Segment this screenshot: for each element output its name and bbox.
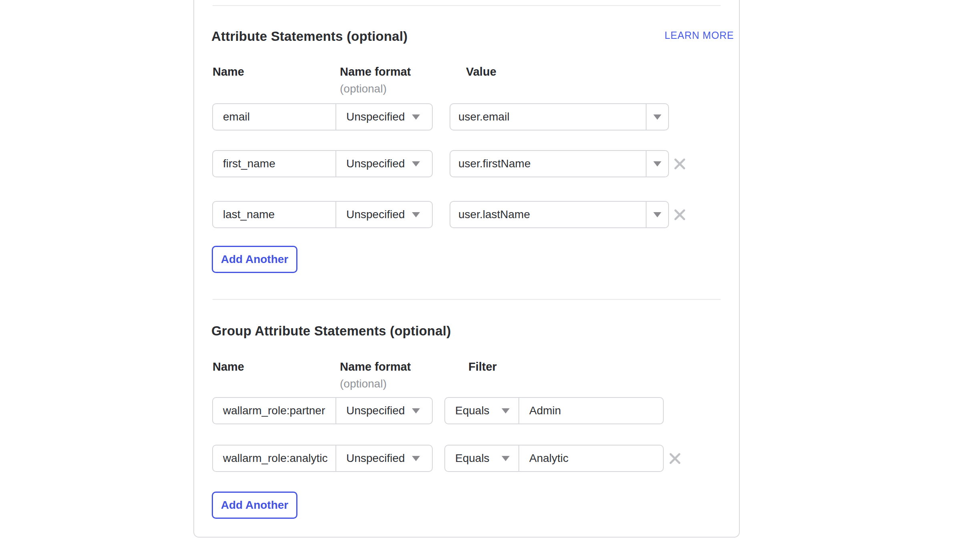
column-header-name: Name bbox=[213, 360, 244, 373]
name-format-select[interactable]: Unspecified bbox=[336, 446, 432, 471]
group-name-field[interactable] bbox=[213, 446, 335, 471]
filter-type-select[interactable]: Equals bbox=[445, 398, 518, 424]
chevron-down-icon bbox=[653, 161, 661, 167]
group-attribute-statements-title: Group Attribute Statements (optional) bbox=[211, 323, 451, 339]
chevron-down-icon bbox=[502, 408, 510, 413]
page: Attribute Statements (optional) LEARN MO… bbox=[0, 0, 962, 560]
attribute-value-select[interactable]: user.firstName bbox=[450, 150, 669, 177]
column-header-name: Name bbox=[213, 65, 244, 78]
name-format-optional-hint: (optional) bbox=[340, 377, 387, 390]
name-format-value: Unspecified bbox=[336, 404, 408, 417]
section-divider-top bbox=[213, 5, 721, 6]
attribute-name-input[interactable] bbox=[213, 104, 335, 130]
value-dropdown-toggle[interactable] bbox=[647, 104, 668, 130]
remove-row-button[interactable] bbox=[666, 450, 684, 467]
attribute-name-input[interactable] bbox=[213, 202, 335, 227]
filter-value-field[interactable] bbox=[519, 398, 663, 424]
filter-type-select[interactable]: Equals bbox=[445, 446, 518, 471]
group-name-input[interactable] bbox=[213, 398, 335, 424]
name-format-value: Unspecified bbox=[336, 157, 408, 170]
attribute-statements-title: Attribute Statements (optional) bbox=[211, 29, 408, 44]
attribute-name-field[interactable] bbox=[213, 104, 335, 130]
group-attribute-row: Unspecified bbox=[212, 445, 433, 472]
filter-value-field[interactable] bbox=[519, 446, 663, 471]
filter-value-input[interactable] bbox=[519, 398, 663, 424]
name-format-select[interactable]: Unspecified bbox=[336, 398, 432, 424]
name-format-select[interactable]: Unspecified bbox=[336, 104, 432, 130]
attribute-value-text: user.email bbox=[450, 110, 510, 123]
name-format-select[interactable]: Unspecified bbox=[336, 202, 432, 227]
add-another-button[interactable]: Add Another bbox=[212, 246, 297, 273]
chevron-down-icon bbox=[412, 161, 420, 167]
chevron-down-icon bbox=[412, 212, 420, 217]
name-format-optional-hint: (optional) bbox=[340, 82, 387, 95]
add-another-button[interactable]: Add Another bbox=[212, 492, 297, 519]
chevron-down-icon bbox=[412, 408, 420, 413]
value-dropdown-toggle[interactable] bbox=[647, 202, 668, 227]
attribute-row: Unspecified bbox=[212, 103, 433, 130]
group-name-field[interactable] bbox=[213, 398, 335, 424]
chevron-down-icon bbox=[653, 114, 661, 120]
attribute-value-text: user.firstName bbox=[450, 157, 531, 170]
attribute-name-field[interactable] bbox=[213, 202, 335, 227]
name-format-value: Unspecified bbox=[336, 208, 408, 221]
value-dropdown-toggle[interactable] bbox=[647, 151, 668, 177]
name-format-select[interactable]: Unspecified bbox=[336, 151, 432, 177]
chevron-down-icon bbox=[653, 212, 661, 217]
group-filter-row: Equals bbox=[444, 445, 664, 472]
group-name-input[interactable] bbox=[213, 446, 335, 471]
column-header-value: Value bbox=[466, 65, 496, 78]
name-format-value: Unspecified bbox=[336, 452, 408, 465]
filter-type-value: Equals bbox=[445, 404, 493, 417]
attribute-name-field[interactable] bbox=[213, 151, 335, 177]
chevron-down-icon bbox=[412, 456, 420, 461]
name-format-value: Unspecified bbox=[336, 110, 408, 123]
attribute-row: Unspecified bbox=[212, 150, 433, 177]
chevron-down-icon bbox=[502, 456, 510, 461]
filter-value-input[interactable] bbox=[519, 446, 663, 471]
remove-row-button[interactable] bbox=[671, 206, 689, 223]
attribute-value-select[interactable]: user.lastName bbox=[450, 201, 669, 228]
column-header-name-format: Name format bbox=[340, 65, 411, 78]
attribute-name-input[interactable] bbox=[213, 151, 335, 177]
attribute-value-select[interactable]: user.email bbox=[450, 103, 669, 130]
column-header-name-format: Name format bbox=[340, 360, 411, 373]
remove-row-button[interactable] bbox=[671, 155, 689, 173]
attribute-row: Unspecified bbox=[212, 201, 433, 228]
learn-more-link[interactable]: LEARN MORE bbox=[665, 30, 734, 41]
filter-type-value: Equals bbox=[445, 452, 493, 465]
group-attribute-row: Unspecified bbox=[212, 397, 433, 424]
section-divider-middle bbox=[213, 299, 721, 300]
attribute-value-text: user.lastName bbox=[450, 208, 530, 221]
group-filter-row: Equals bbox=[444, 397, 664, 424]
chevron-down-icon bbox=[412, 114, 420, 120]
column-header-filter: Filter bbox=[468, 360, 497, 373]
